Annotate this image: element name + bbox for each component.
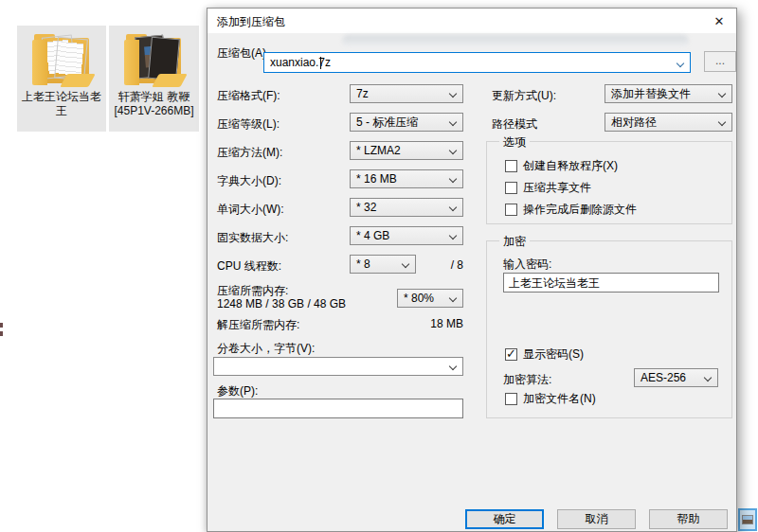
ok-button[interactable]: 确定 [465,509,544,529]
chevron-down-icon [449,232,457,239]
encryption-method-value: AES-256 [641,371,686,384]
checkbox-show-password[interactable]: 显示密码(S) [505,346,584,363]
cpu-threads-max: / 8 [425,258,463,272]
folder-2-label-line2: [45P1V-266MB] [109,104,199,118]
checkbox-icon [505,182,517,194]
chevron-down-icon[interactable] [677,60,684,67]
checkbox-icon [505,393,517,405]
memory-usage-select[interactable]: * 80% [397,289,463,308]
checkbox-icon [505,204,517,216]
dialog-title: 添加到压缩包 [217,14,285,30]
checkbox-create-sfx[interactable]: 创建自释放程序(X) [505,158,618,174]
checkbox-encrypt-names-label: 加密文件名(N) [523,391,596,407]
chevron-down-icon [449,147,457,154]
folder-2-label-line1: 轩萧学姐 教鞭 [109,90,199,104]
help-button[interactable]: 帮助 [649,509,728,529]
word-size-label: 单词大小(W): [217,202,284,218]
checkbox-shared-files[interactable]: 压缩共享文件 [505,180,591,196]
archive-name-input[interactable]: xuanxiao.7z [263,52,691,73]
dictionary-select[interactable]: * 16 MB [350,169,463,188]
method-select[interactable]: * LZMA2 [350,141,463,160]
edge-artifact [0,323,3,328]
archive-name-value: xuanxiao.7z [270,56,331,69]
chevron-down-icon [718,118,726,126]
parameters-input[interactable] [213,399,463,418]
memory-decompress-label: 解压缩所需内存: [217,317,299,333]
folder-icon [31,30,92,87]
checkbox-shared-files-label: 压缩共享文件 [523,180,591,196]
path-mode-select[interactable]: 相对路径 [605,113,732,132]
memory-usage-value: * 80% [404,292,434,305]
chevron-down-icon [449,363,457,370]
encryption-method-label: 加密算法: [503,372,551,388]
format-value: 7z [356,87,369,100]
path-mode-label: 路径模式 [492,116,537,133]
picture-thumbnail-icon [742,515,753,524]
dictionary-value: * 16 MB [356,172,397,186]
chevron-down-icon [449,118,457,126]
level-select[interactable]: 5 - 标准压缩 [350,113,463,132]
cpu-threads-value: * 8 [356,257,370,271]
checkbox-icon [505,160,517,172]
folder-corner [60,74,95,87]
close-icon[interactable]: ✕ [710,12,729,30]
cancel-button[interactable]: 取消 [557,509,636,529]
dictionary-label: 字典大小(D): [217,173,281,189]
checkbox-checked-icon [505,348,517,361]
solid-block-value: * 4 GB [356,229,389,242]
method-value: * LZMA2 [356,144,401,157]
folder-front [124,40,139,85]
desktop-icon-folder-1[interactable]: 上老王论坛当老 王 [17,26,106,132]
memory-decompress-value: 18 MB [397,317,463,330]
word-size-select[interactable]: * 32 [350,198,463,217]
cpu-threads-select[interactable]: * 8 [350,255,416,274]
desktop: 上老王论坛当老 王 轩萧学姐 教鞭 [45P1V-266MB] 添加到压缩包 ✕ [0,0,758,532]
encryption-group-title: 加密 [499,234,530,250]
password-input[interactable]: 上老王论坛当老王 [503,273,719,293]
format-select[interactable]: 7z [350,84,463,103]
chevron-down-icon [449,90,457,98]
encryption-method-select[interactable]: AES-256 [634,368,718,387]
folder-corner [152,74,187,87]
checkbox-delete-after[interactable]: 操作完成后删除源文件 [505,202,637,218]
folder-front [32,40,47,85]
word-size-value: * 32 [356,201,376,214]
password-value: 上老王论坛当老王 [509,276,600,290]
chevron-down-icon [704,374,712,381]
chevron-down-icon [402,260,409,268]
desktop-icon-picture[interactable] [738,508,757,531]
folder-icon [123,30,184,87]
blurred-region [342,35,689,47]
update-mode-label: 更新方式(U): [492,88,556,104]
solid-block-select[interactable]: * 4 GB [350,226,463,245]
folder-1-label: 上老王论坛当老 王 [17,90,106,118]
browse-button[interactable]: ... [704,51,736,72]
folder-1-label-line2: 王 [17,104,106,118]
update-mode-select[interactable]: 添加并替换文件 [605,84,732,103]
edge-artifact [0,331,3,336]
folder-1-label-line1: 上老王论坛当老 [17,90,106,104]
folder-2-label: 轩萧学姐 教鞭 [45P1V-266MB] [109,90,199,118]
dialog-titlebar[interactable]: 添加到压缩包 ✕ [208,9,736,33]
level-value: 5 - 标准压缩 [356,115,418,129]
password-label: 输入密码: [503,257,551,273]
checkbox-show-password-label: 显示密码(S) [523,346,584,363]
text-caret [320,57,321,69]
memory-compress-detail: 1248 MB / 38 GB / 48 GB [217,297,346,310]
checkbox-delete-after-label: 操作完成后删除源文件 [523,202,637,218]
update-mode-value: 添加并替换文件 [611,87,691,100]
chevron-down-icon [449,204,457,211]
desktop-icon-folder-2[interactable]: 轩萧学姐 教鞭 [45P1V-266MB] [109,26,199,132]
checkbox-encrypt-names[interactable]: 加密文件名(N) [505,391,596,407]
path-mode-value: 相对路径 [611,115,657,129]
volume-size-input[interactable] [213,357,463,376]
method-label: 压缩方法(M): [217,145,282,161]
chevron-down-icon [449,175,457,183]
solid-block-label: 固实数据大小: [217,230,288,246]
chevron-down-icon [449,294,457,302]
checkbox-create-sfx-label: 创建自释放程序(X) [523,158,618,174]
add-to-archive-dialog: 添加到压缩包 ✕ 压缩包(A) xuanxiao.7z ... 压缩格式(F):… [207,8,737,532]
level-label: 压缩等级(L): [217,116,280,133]
chevron-down-icon [718,90,726,98]
parameters-label: 参数(P): [217,383,258,399]
